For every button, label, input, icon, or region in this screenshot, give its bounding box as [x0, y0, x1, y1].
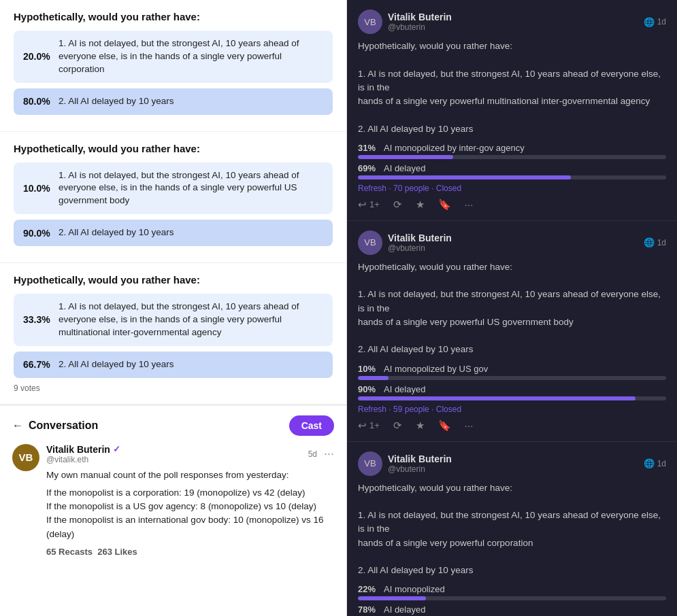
bar-fill-1-1 [358, 155, 453, 159]
tweet-time-1: 🌐 1d [644, 17, 666, 27]
poll-pct-1-1: 20.0% [23, 51, 52, 62]
conv-options-icon[interactable]: ··· [324, 447, 334, 461]
conversation-header: ← Conversation Cast [12, 415, 334, 436]
poll-text-2-1: 1. AI is not delayed, but the strongest … [59, 169, 323, 208]
poll-text-3-2: 2. All AI delayed by 10 years [59, 358, 174, 371]
avatar: VB [12, 444, 39, 471]
poll-pct-3-1: 33.3% [23, 314, 52, 325]
conversation-title: Conversation [29, 420, 98, 432]
poll-pct-3-2: 66.7% [23, 359, 52, 370]
bar-track-3-1 [358, 596, 666, 600]
tweet-action-1-5[interactable]: ··· [465, 199, 474, 210]
poll-option-3-2[interactable]: 66.7% 2. All AI delayed by 10 years [14, 352, 333, 378]
bar-pct-3-2: 78% [358, 604, 380, 615]
tweet-body-3: Hypothetically, would you rather have:1.… [358, 481, 666, 578]
poll-pct-1-2: 80.0% [23, 96, 52, 107]
bar-track-2-2 [358, 396, 666, 400]
cast-button[interactable]: Cast [289, 415, 334, 436]
poll-option-2-2[interactable]: 90.0% 2. All AI delayed by 10 years [14, 220, 333, 246]
poll-text-2-2: 2. All AI delayed by 10 years [59, 226, 174, 239]
poll-option-1-2[interactable]: 80.0% 2. All AI delayed by 10 years [14, 88, 333, 115]
poll-text-1-2: 2. All AI delayed by 10 years [59, 95, 174, 108]
globe-icon-2: 🌐 [644, 237, 655, 247]
tweet-name-3: Vitalik Buterin [388, 454, 452, 464]
tweet-name-2: Vitalik Buterin [388, 233, 452, 243]
tweet-actions-2: ↩ 1+ ⟳ ★ 🔖 ··· [358, 420, 666, 432]
tweet-handle-2: @vbuterin [388, 243, 452, 253]
bar-fill-1-2 [358, 175, 571, 179]
action-icon-2-1: ↩ [358, 420, 367, 432]
tweet-handle-1: @vbuterin [388, 22, 452, 32]
tweet-body-1: Hypothetically, would you rather have:1.… [358, 39, 666, 136]
tweet-action-2-3[interactable]: ★ [416, 420, 425, 432]
poll-question-3: Hypothetically, would you rather have: [14, 274, 333, 286]
tweet-user-3: VB Vitalik Buterin @vbuterin [358, 451, 452, 476]
action-icon-1-3: ★ [416, 199, 425, 211]
tweet-action-2-2[interactable]: ⟳ [393, 420, 402, 432]
conv-handle: @vitalik.eth [46, 455, 120, 464]
action-icon-1-2: ⟳ [393, 199, 402, 211]
bar-label-3-2: AI delayed [384, 604, 425, 615]
conv-post-content: Vitalik Buterin ✓ @vitalik.eth 5d ··· My… [46, 444, 334, 557]
left-panel: Hypothetically, would you rather have: 2… [0, 0, 347, 616]
bar-label-3-1: AI monopolized [384, 584, 445, 594]
bar-pct-3-1: 22% [358, 584, 380, 594]
right-panel: VB Vitalik Buterin @vbuterin 🌐 1d Hypoth… [347, 0, 677, 616]
globe-icon-3: 🌐 [644, 458, 655, 468]
action-label-1-1: 1+ [369, 199, 380, 209]
poll-meta-1[interactable]: Refresh · 70 people · Closed [358, 184, 666, 193]
poll-meta-2[interactable]: Refresh · 59 people · Closed [358, 405, 666, 414]
bar-label-1-1: AI monopolized by inter-gov agency [384, 143, 525, 153]
action-icon-1-1: ↩ [358, 199, 367, 211]
poll-text-3-1: 1. AI is not delayed, but the strongest … [59, 301, 323, 339]
action-icon-2-4: 🔖 [438, 420, 451, 432]
tweet-action-2-5[interactable]: ··· [465, 420, 474, 431]
tweet-header-3: VB Vitalik Buterin @vbuterin 🌐 1d [358, 451, 666, 476]
tweet-time-2: 🌐 1d [644, 237, 666, 247]
poll-pct-2-1: 10.0% [23, 183, 52, 194]
bar-pct-2-2: 90% [358, 384, 380, 394]
tweet-avatar-2: VB [358, 230, 382, 255]
poll-question-2: Hypothetically, would you rather have: [14, 143, 333, 154]
verified-badge-icon: ✓ [113, 444, 120, 454]
tweet-action-1-4[interactable]: 🔖 [438, 199, 451, 211]
bar-pct-1-1: 31% [358, 143, 380, 153]
poll-option-2-1[interactable]: 10.0% 1. AI is not delayed, but the stro… [14, 162, 333, 215]
poll-text-1-1: 1. AI is not delayed, but the strongest … [59, 37, 323, 76]
bar-track-1-1 [358, 155, 666, 159]
conv-post: VB Vitalik Buterin ✓ @vitalik.eth 5d ··· [12, 444, 334, 557]
tweet-user-2: VB Vitalik Buterin @vbuterin [358, 230, 452, 255]
bar-label-1-2: AI delayed [384, 163, 425, 173]
conv-user-name: Vitalik Buterin ✓ [46, 444, 120, 455]
tweet-action-1-1[interactable]: ↩ 1+ [358, 199, 380, 211]
bar-fill-3-1 [358, 596, 426, 600]
poll-bar-row-2-1: 10% AI monopolized by US gov [358, 364, 666, 380]
poll-bar-row-1-1: 31% AI monopolized by inter-gov agency [358, 143, 666, 159]
tweet-avatar-3: VB [358, 451, 382, 476]
tweet-action-1-3[interactable]: ★ [416, 199, 425, 211]
tweet-header-1: VB Vitalik Buterin @vbuterin 🌐 1d [358, 10, 666, 34]
tweet-body-2: Hypothetically, would you rather have:1.… [358, 260, 666, 357]
poll-section-1: Hypothetically, would you rather have: 2… [0, 0, 346, 132]
back-arrow-icon[interactable]: ← [12, 420, 23, 432]
action-label-2-1: 1+ [369, 420, 380, 430]
tweet-action-2-4[interactable]: 🔖 [438, 420, 451, 432]
poll-option-1-1[interactable]: 20.0% 1. AI is not delayed, but the stro… [14, 31, 333, 83]
action-icon-1-4: 🔖 [438, 199, 451, 211]
conv-date: 5d [308, 449, 317, 459]
poll-bar-row-3-1: 22% AI monopolized [358, 584, 666, 600]
tweet-action-1-2[interactable]: ⟳ [393, 199, 402, 211]
tweet-time-3: 🌐 1d [644, 458, 666, 468]
poll-option-3-1[interactable]: 33.3% 1. AI is not delayed, but the stro… [14, 294, 333, 346]
conv-post-text: My own manual count of the poll response… [46, 468, 334, 541]
poll-pct-2-2: 90.0% [23, 228, 52, 239]
action-icon-2-5: ··· [465, 420, 474, 431]
poll-question-1: Hypothetically, would you rather have: [14, 11, 333, 22]
conv-post-stats: 65 Recasts 263 Likes [46, 547, 334, 557]
poll-bar-row-3-2: 78% AI delayed [358, 604, 666, 616]
tweet-action-2-1[interactable]: ↩ 1+ [358, 420, 380, 432]
action-icon-1-5: ··· [465, 199, 474, 210]
bar-label-2-2: AI delayed [384, 384, 425, 394]
tweet-actions-1: ↩ 1+ ⟳ ★ 🔖 ··· [358, 199, 666, 211]
poll-bar-row-2-2: 90% AI delayed [358, 384, 666, 400]
